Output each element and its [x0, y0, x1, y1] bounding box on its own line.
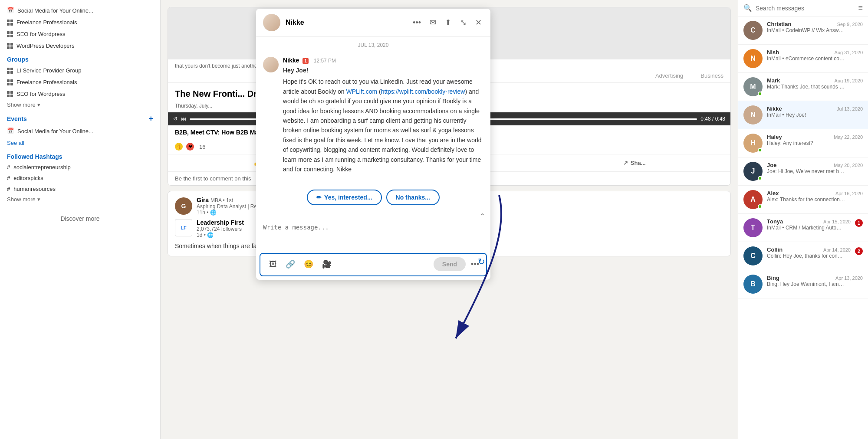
message-sender-avatar: [263, 57, 279, 72]
message-time: 12:57 PM: [314, 58, 336, 64]
grid-icon-2: [7, 31, 13, 37]
conversation-item[interactable]: N Nikke Jul 13, 2020 InMail • Hey Joe!: [738, 101, 868, 129]
conversation-item[interactable]: N Nish Aug 31, 2020 InMail • eCommerce c…: [738, 45, 868, 73]
conv-top-row: Christian Sep 9, 2020: [767, 21, 863, 27]
conv-date: May 22, 2020: [834, 134, 863, 140]
search-input[interactable]: [756, 5, 855, 12]
message-more-btn[interactable]: •••: [411, 16, 423, 29]
right-sidebar: 🔍 ≡ C Christian Sep 9, 2020 InMail • Cod…: [738, 0, 868, 439]
hashtag-editors[interactable]: # editorspicks: [0, 173, 160, 183]
conv-info: Mark Aug 19, 2020 Mark: Thanks Joe, that…: [767, 77, 863, 90]
expand-compose-icon[interactable]: ⌃: [480, 212, 485, 220]
conversation-item[interactable]: H Haley May 22, 2020 Haley: Any interest…: [738, 129, 868, 157]
hashtags-section-title: Followed Hashtags: [0, 149, 160, 162]
conv-preview: Collin: Hey Joe, thanks for connecting! …: [767, 253, 845, 259]
chevron-down-icon-2: ▾: [37, 196, 40, 203]
conversation-item[interactable]: C Collin Apr 14, 2020 Collin: Hey Joe, t…: [738, 242, 868, 270]
message-date-divider: JUL 13, 2020: [256, 37, 490, 53]
conv-top-row: Alex Apr 16, 2020: [767, 190, 863, 197]
message-toolbar-wrap: ↻ 🖼 🔗 😊 🎥 Send •••: [256, 253, 490, 276]
conv-info: Tonya Apr 15, 2020 InMail • CRM / Market…: [767, 218, 851, 231]
conv-avatar: T: [743, 218, 763, 237]
conv-info: Alex Apr 16, 2020 Alex: Thanks for the c…: [767, 190, 863, 203]
sidebar-group-li[interactable]: LI Service Provider Group: [0, 65, 160, 76]
conv-date: Aug 31, 2020: [835, 50, 863, 55]
add-event-icon[interactable]: +: [148, 114, 153, 123]
conversation-item[interactable]: A Alex Apr 16, 2020 Alex: Thanks for the…: [738, 186, 868, 214]
conv-preview: InMail • Hey Joe!: [767, 112, 845, 118]
sidebar-item-seo[interactable]: SEO for Wordpress: [0, 28, 160, 40]
sidebar-item-freelance[interactable]: Freelance Professionals: [0, 16, 160, 28]
message-body: Nikke 1 12:57 PM Hey Joe! Hope it's OK t…: [256, 53, 490, 184]
conv-top-row: Nish Aug 31, 2020: [767, 49, 863, 56]
calendar-icon: 📅: [7, 7, 14, 14]
unread-badge: 2: [855, 247, 863, 255]
conversation-item[interactable]: M Mark Aug 19, 2020 Mark: Thanks Joe, th…: [738, 73, 868, 101]
event-calendar-icon: 📅: [7, 128, 14, 134]
discover-more-btn[interactable]: Discover more: [0, 208, 160, 229]
share-icon: ↗: [623, 160, 628, 166]
message-shrink-icon[interactable]: ⤡: [458, 16, 468, 29]
attach-link-btn[interactable]: 🔗: [284, 259, 297, 270]
video-controls: ↺ ⏮: [173, 116, 186, 122]
conv-date: May 20, 2020: [834, 163, 863, 168]
no-thanks-btn[interactable]: No thanks...: [386, 190, 440, 205]
conv-name: Haley: [767, 134, 782, 140]
message-compose-area: [256, 220, 490, 253]
message-link-url[interactable]: https://wplift.com/bookly-review: [381, 88, 465, 95]
sidebar-see-all[interactable]: See all: [0, 137, 160, 149]
conv-top-row: Nikke Jul 13, 2020: [767, 105, 863, 112]
sidebar-event-social[interactable]: 📅 Social Media for Your Online...: [0, 125, 160, 137]
conv-date: Aug 19, 2020: [835, 78, 863, 83]
message-header: Nikke ••• ✉ ⬆ ⤡ ✕: [256, 9, 490, 37]
sidebar-item-wordpress-dev[interactable]: WordPress Developers: [0, 40, 160, 52]
conversation-item[interactable]: C Christian Sep 9, 2020 InMail • CodeinW…: [738, 16, 868, 45]
sidebar-group-freelance[interactable]: Freelance Professionals: [0, 76, 160, 88]
yes-interested-btn[interactable]: ✏ Yes, interested...: [307, 190, 382, 205]
conversation-item[interactable]: J Joe May 20, 2020 Joe: Hi Joe, We've ne…: [738, 157, 868, 186]
message-email-icon[interactable]: ✉: [428, 16, 438, 29]
conv-name: Bing: [767, 275, 779, 281]
message-export-icon[interactable]: ⬆: [443, 16, 453, 29]
conv-top-row: Mark Aug 19, 2020: [767, 77, 863, 84]
heart-reaction-icon: ❤: [186, 143, 194, 151]
video-time: 0:48 / 0:48: [700, 116, 725, 122]
skip-back-icon[interactable]: ⏮: [181, 116, 186, 122]
message-compose-input[interactable]: [263, 224, 483, 250]
message-refresh-btn[interactable]: ↻: [478, 256, 485, 267]
conv-date: Sep 9, 2020: [837, 22, 863, 27]
hashtags-show-more[interactable]: Show more ▾: [0, 194, 160, 204]
filter-button[interactable]: ≡: [858, 3, 863, 13]
unread-badge: 1: [855, 219, 863, 227]
message-link-wplift[interactable]: WPLift.com: [346, 88, 378, 95]
groups-show-more[interactable]: Show more ▾: [0, 100, 160, 110]
send-button[interactable]: Send: [434, 257, 466, 271]
conv-top-row: Bing Apr 13, 2020: [767, 275, 863, 281]
conversation-item[interactable]: B Bing Apr 13, 2020 Bing: Hey Joe Warnim…: [738, 270, 868, 298]
sidebar-group-seo[interactable]: SEO for Wordpress: [0, 88, 160, 100]
conv-preview: Mark: Thanks Joe, that sounds great. No …: [767, 84, 845, 90]
hash-icon-2: #: [7, 175, 10, 181]
sidebar-item-social[interactable]: 📅 Social Media for Your Online...: [0, 4, 160, 16]
conv-date: Apr 13, 2020: [835, 275, 863, 281]
conv-info: Joe May 20, 2020 Joe: Hi Joe, We've neve…: [767, 162, 863, 174]
conv-avatar: B: [743, 275, 763, 294]
hashtag-social[interactable]: # socialentrepreneurship: [0, 162, 160, 173]
message-header-actions: ••• ✉ ⬆ ⤡ ✕: [411, 16, 483, 29]
replay-icon[interactable]: ↺: [173, 116, 178, 122]
conv-preview: Alex: Thanks for the connection Just wan…: [767, 197, 845, 203]
messages-search-bar: 🔍 ≡: [738, 0, 868, 16]
sender-badge: 1: [302, 58, 309, 64]
emoji-btn[interactable]: 😊: [302, 259, 315, 270]
conv-preview: InMail • eCommerce content co-creation: [767, 56, 845, 62]
attach-video-btn[interactable]: 🎥: [320, 259, 333, 270]
edit-icon: ✏: [316, 194, 322, 201]
conv-info: Bing Apr 13, 2020 Bing: Hey Joe Warnimon…: [767, 275, 863, 287]
attach-image-btn[interactable]: 🖼: [267, 259, 279, 270]
conversation-item[interactable]: T Tonya Apr 15, 2020 InMail • CRM / Mark…: [738, 214, 868, 242]
groups-section-title: Groups: [0, 52, 160, 65]
hashtag-hr[interactable]: # humanresources: [0, 183, 160, 194]
share-button[interactable]: ↗ Sha...: [542, 156, 727, 170]
conv-avatar: C: [743, 21, 763, 40]
message-close-btn[interactable]: ✕: [473, 16, 483, 29]
